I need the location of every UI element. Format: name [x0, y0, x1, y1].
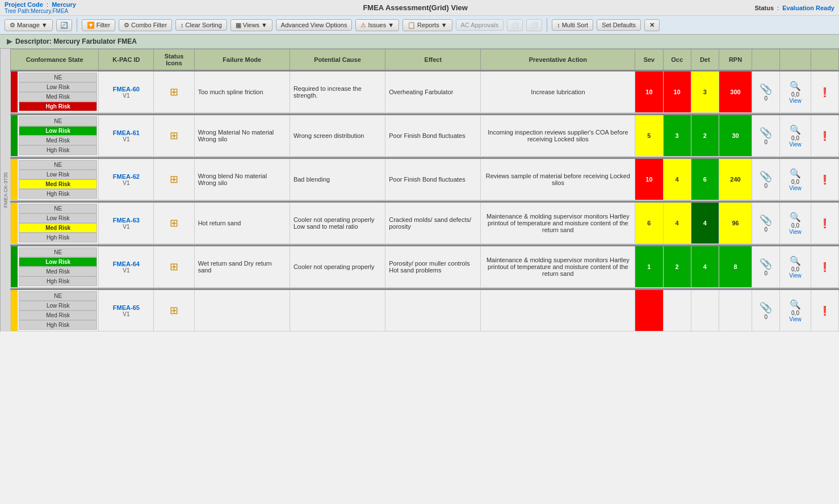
risk-state-3[interactable]: Hgh Risk	[19, 320, 97, 330]
risk-state-0[interactable]: NE	[19, 247, 97, 257]
ac-approvals-button[interactable]: AC Approvals	[456, 19, 504, 31]
risk-state-0[interactable]: NE	[19, 291, 97, 301]
magnify-icon-FMEA-62[interactable]: 🔍	[783, 168, 807, 179]
refresh-button[interactable]: 🔄	[56, 19, 72, 31]
cell-cause-FMEA-63: Cooler not operating properlyLow sand to…	[290, 202, 385, 244]
version-label-FMEA-61: V1	[102, 136, 150, 142]
fmea-id-link-FMEA-61[interactable]: FMEA-61	[102, 129, 150, 136]
action-icon-FMEA-61[interactable]: ❗	[815, 131, 835, 141]
paperclip-icon-FMEA-62[interactable]: 📎	[756, 170, 776, 183]
cell-view-FMEA-63: 🔍 0,0 View	[780, 202, 811, 244]
risk-state-2[interactable]: Med Risk	[19, 92, 97, 102]
risk-state-0[interactable]: NE	[19, 204, 97, 213]
cell-attach-FMEA-60: 📎 0	[752, 71, 780, 113]
action-icon-FMEA-64[interactable]: ❗	[815, 262, 835, 272]
section-header: ▶ Descriptor: Mercury Farbulator FMEA	[0, 35, 839, 49]
risk-state-1[interactable]: Low Risk	[19, 301, 97, 310]
risk-state-1[interactable]: Low Risk	[19, 126, 97, 136]
risk-state-0[interactable]: NE	[19, 160, 97, 170]
cell-occ-FMEA-65	[663, 289, 691, 331]
magnify-icon-FMEA-65[interactable]: 🔍	[783, 299, 807, 310]
risk-state-1[interactable]: Low Risk	[19, 82, 97, 92]
expand-icon[interactable]: ▶	[7, 37, 12, 45]
risk-state-3[interactable]: Hgh Risk	[19, 233, 97, 242]
view-link-FMEA-60[interactable]: View	[783, 98, 807, 104]
risk-state-3[interactable]: Hgh Risk	[19, 276, 97, 286]
fmea-id-link-FMEA-63[interactable]: FMEA-63	[102, 217, 150, 224]
fmea-id-link-FMEA-64[interactable]: FMEA-64	[102, 261, 150, 267]
view-link-FMEA-63[interactable]: View	[783, 229, 807, 235]
risk-state-1[interactable]: Low Risk	[19, 257, 97, 267]
square2-icon: ⬜	[530, 22, 538, 29]
risk-state-3[interactable]: Hgh Risk	[19, 189, 97, 199]
project-code-value[interactable]: Mercury	[52, 1, 76, 8]
magnify-icon-FMEA-64[interactable]: 🔍	[783, 255, 807, 266]
risk-state-2[interactable]: Med Risk	[19, 136, 97, 145]
risk-state-0[interactable]: NE	[19, 73, 97, 82]
reports-icon: 📋	[408, 22, 416, 29]
cell-sev-FMEA-61: 5	[635, 115, 663, 157]
cell-action-FMEA-64: ❗	[811, 246, 838, 288]
clear-sorting-button[interactable]: ↕ Clear Sorting	[175, 19, 227, 31]
view-link-FMEA-61[interactable]: View	[783, 141, 807, 148]
table-header-row: Conformance State K-PAC ID Status Icons …	[11, 49, 839, 71]
paperclip-icon-FMEA-64[interactable]: 📎	[756, 258, 776, 270]
risk-state-2[interactable]: Med Risk	[19, 267, 97, 276]
risk-state-2[interactable]: Med Risk	[19, 310, 97, 320]
separator-1	[77, 18, 77, 32]
paperclip-icon-FMEA-61[interactable]: 📎	[756, 127, 776, 139]
tree-path[interactable]: Tree Path:Mercury.FMEA	[5, 8, 76, 14]
magnify-icon-FMEA-61[interactable]: 🔍	[783, 124, 807, 135]
status-icon-FMEA-60: ⊞	[170, 86, 178, 98]
manage-icon: ⚙	[10, 22, 15, 29]
view-link-FMEA-62[interactable]: View	[783, 185, 807, 191]
views-button[interactable]: ▦ Views ▼	[230, 19, 272, 31]
toolbar-btn-square1[interactable]: ⬜	[507, 19, 523, 31]
header-det: Det	[691, 49, 719, 71]
paperclip-icon-FMEA-60[interactable]: 📎	[756, 83, 776, 95]
manage-button[interactable]: ⚙ Manage ▼	[5, 19, 53, 31]
status-label: Status	[754, 5, 774, 11]
cell-sev-FMEA-62: 10	[635, 158, 663, 200]
multi-sort-button[interactable]: ↕ Multi Sort	[552, 19, 593, 31]
set-defaults-button[interactable]: Set Defaults	[597, 19, 641, 31]
action-icon-FMEA-60[interactable]: ❗	[815, 87, 835, 98]
action-icon-FMEA-62[interactable]: ❗	[815, 174, 835, 185]
view-link-FMEA-64[interactable]: View	[783, 272, 807, 279]
risk-state-2[interactable]: Med Risk	[19, 179, 97, 189]
risk-state-1[interactable]: Low Risk	[19, 170, 97, 179]
view-link-FMEA-65[interactable]: View	[783, 316, 807, 322]
fmea-id-link-FMEA-60[interactable]: FMEA-60	[102, 86, 150, 93]
risk-state-0[interactable]: NE	[19, 116, 97, 126]
header-sev: Sev	[635, 49, 663, 71]
risk-state-1[interactable]: Low Risk	[19, 213, 97, 223]
issues-button[interactable]: ⚠ Issues ▼	[355, 19, 399, 31]
combo-filter-button[interactable]: ⚙ Combo Filter	[119, 19, 172, 31]
advanced-view-button[interactable]: Advanced View Options	[276, 19, 353, 31]
close-button[interactable]: ✕	[644, 19, 660, 31]
version-label-FMEA-64: V1	[102, 267, 150, 274]
cell-rpn-FMEA-62: 240	[719, 158, 752, 200]
cell-view-FMEA-61: 🔍 0,0 View	[780, 115, 811, 157]
reports-button[interactable]: 📋 Reports ▼	[402, 19, 452, 31]
cell-effect-FMEA-62: Poor Finish Bond fluctuates	[385, 158, 481, 200]
action-icon-FMEA-65[interactable]: ❗	[815, 305, 835, 316]
table-row: NELow RiskMed RiskHgh Risk FMEA-62 V1 ⊞ …	[11, 158, 839, 200]
fmea-table: Conformance State K-PAC ID Status Icons …	[10, 49, 839, 331]
magnify-icon-FMEA-60[interactable]: 🔍	[783, 81, 807, 91]
filter-icon: 🔽	[87, 22, 95, 29]
magnify-icon-FMEA-63[interactable]: 🔍	[783, 212, 807, 222]
filter-button[interactable]: 🔽 Filter	[82, 19, 115, 31]
header-rpn: RPN	[719, 49, 752, 71]
cell-sev-FMEA-60: 10	[635, 71, 663, 113]
fmea-id-link-FMEA-65[interactable]: FMEA-65	[102, 304, 150, 311]
risk-state-3[interactable]: Hgh Risk	[19, 102, 97, 111]
risk-state-2[interactable]: Med Risk	[19, 223, 97, 233]
header-action	[811, 49, 838, 71]
paperclip-icon-FMEA-63[interactable]: 📎	[756, 214, 776, 226]
risk-state-3[interactable]: Hgh Risk	[19, 145, 97, 155]
fmea-id-link-FMEA-62[interactable]: FMEA-62	[102, 173, 150, 180]
action-icon-FMEA-63[interactable]: ❗	[815, 218, 835, 229]
paperclip-icon-FMEA-65[interactable]: 📎	[756, 301, 776, 314]
toolbar-btn-square2[interactable]: ⬜	[526, 19, 542, 31]
